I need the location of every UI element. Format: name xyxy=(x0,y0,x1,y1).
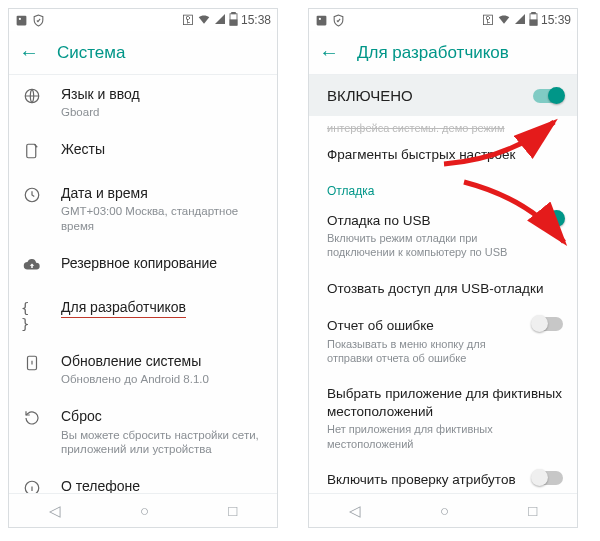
item-title: Язык и ввод xyxy=(61,85,263,103)
svg-rect-4 xyxy=(230,19,237,24)
item-title: Фрагменты быстрых настроек xyxy=(327,146,563,164)
status-bar: ⚿ 15:39 xyxy=(309,9,577,31)
status-bar: ⚿ 15:38 xyxy=(9,9,277,31)
item-title: Жесты xyxy=(61,140,263,158)
list-item-attr-check[interactable]: Включить проверку атрибутов xyxy=(309,461,577,493)
list-item-date-time[interactable]: Дата и время GMT+03:00 Москва, стандартн… xyxy=(9,174,277,244)
reset-icon xyxy=(23,409,41,431)
image-icon xyxy=(15,14,28,27)
page-title: Для разработчиков xyxy=(357,43,509,63)
list-item-reset[interactable]: Сброс Вы можете сбросить настройки сети,… xyxy=(9,397,277,467)
list-item-usb-debugging[interactable]: Отладка по USB Включить режим отладки пр… xyxy=(309,202,577,270)
item-title: Сброс xyxy=(61,407,263,425)
master-toggle-row[interactable]: ВКЛЮЧЕНО xyxy=(309,75,577,116)
bug-report-toggle[interactable] xyxy=(533,317,563,331)
system-nav-bar: ◁ ○ □ xyxy=(309,493,577,527)
truncated-row-sub: интерфейса системы. демо режим xyxy=(309,116,577,136)
svg-rect-14 xyxy=(530,19,537,24)
developer-options-list: ВКЛЮЧЕНО интерфейса системы. демо режим … xyxy=(309,75,577,493)
list-item-bug-report[interactable]: Отчет об ошибке Показывать в меню кнопку… xyxy=(309,307,577,375)
master-toggle-label: ВКЛЮЧЕНО xyxy=(327,87,413,104)
item-title: Дата и время xyxy=(61,184,263,202)
braces-icon: { } xyxy=(21,300,43,332)
key-icon: ⚿ xyxy=(182,13,194,27)
key-icon: ⚿ xyxy=(482,13,494,27)
back-arrow-icon[interactable]: ← xyxy=(19,41,39,64)
status-time: 15:39 xyxy=(541,13,571,27)
item-title: Отозвать доступ для USB-отладки xyxy=(327,280,563,298)
signal-icon xyxy=(514,13,526,28)
nav-recent-icon[interactable]: □ xyxy=(228,502,237,519)
phone-left-system-settings: ⚿ 15:38 ← Система Язык и ввод Gboard xyxy=(8,8,278,528)
attr-check-toggle[interactable] xyxy=(533,471,563,485)
item-title: Выбрать приложение для фиктивных местопо… xyxy=(327,385,563,420)
image-icon xyxy=(315,14,328,27)
device-info-icon xyxy=(23,354,41,376)
list-item-revoke-usb-auth[interactable]: Отозвать доступ для USB-отладки xyxy=(309,270,577,308)
item-sub: Gboard xyxy=(61,105,263,120)
nav-recent-icon[interactable]: □ xyxy=(528,502,537,519)
item-sub: Нет приложения для фиктивных местоположе… xyxy=(327,422,563,451)
info-icon xyxy=(23,479,41,493)
gesture-icon xyxy=(23,142,41,164)
list-item-mock-location-app[interactable]: Выбрать приложение для фиктивных местопо… xyxy=(309,375,577,461)
section-label-debug: Отладка xyxy=(309,174,577,202)
nav-home-icon[interactable]: ○ xyxy=(140,502,149,519)
svg-rect-13 xyxy=(532,12,536,14)
list-item-backup[interactable]: Резервное копирование xyxy=(9,244,277,288)
list-item-gestures[interactable]: Жесты xyxy=(9,130,277,174)
item-title: О телефоне xyxy=(61,477,263,493)
nav-home-icon[interactable]: ○ xyxy=(440,502,449,519)
back-arrow-icon[interactable]: ← xyxy=(319,41,339,64)
status-time: 15:38 xyxy=(241,13,271,27)
item-sub: Обновлено до Android 8.1.0 xyxy=(61,372,263,387)
item-title: Для разработчиков xyxy=(61,298,186,318)
svg-point-11 xyxy=(319,17,321,19)
svg-rect-3 xyxy=(232,12,236,14)
adguard-icon xyxy=(32,14,45,27)
svg-rect-6 xyxy=(27,144,36,158)
wifi-icon xyxy=(497,12,511,29)
item-sub: GMT+03:00 Москва, стандартное время xyxy=(61,204,263,234)
item-title: Отладка по USB xyxy=(327,212,523,230)
signal-icon xyxy=(214,13,226,28)
nav-back-icon[interactable]: ◁ xyxy=(49,502,61,520)
app-bar: ← Для разработчиков xyxy=(309,31,577,75)
item-title: Отчет об ошибке xyxy=(327,317,523,335)
list-item-language-input[interactable]: Язык и ввод Gboard xyxy=(9,75,277,130)
settings-list: Язык и ввод Gboard Жесты Дата и время GM… xyxy=(9,75,277,493)
nav-back-icon[interactable]: ◁ xyxy=(349,502,361,520)
globe-icon xyxy=(23,87,41,109)
item-title: Резервное копирование xyxy=(61,254,263,272)
phone-right-developer-options: ⚿ 15:39 ← Для разработчиков ВКЛЮЧЕНО инт… xyxy=(308,8,578,528)
adguard-icon xyxy=(332,14,345,27)
list-item-system-update[interactable]: Обновление системы Обновлено до Android … xyxy=(9,342,277,397)
item-sub: Вы можете сбросить настройки сети, прило… xyxy=(61,428,263,458)
clock-icon xyxy=(23,186,41,208)
app-bar: ← Система xyxy=(9,31,277,75)
svg-rect-0 xyxy=(17,15,27,25)
item-title: Включить проверку атрибутов xyxy=(327,471,523,489)
svg-rect-10 xyxy=(317,15,327,25)
battery-icon xyxy=(229,12,238,29)
battery-icon xyxy=(529,12,538,29)
master-toggle-switch[interactable] xyxy=(533,89,563,103)
svg-point-1 xyxy=(19,17,21,19)
wifi-icon xyxy=(197,12,211,29)
list-item-developer-options[interactable]: { } Для разработчиков xyxy=(9,288,277,342)
list-item-about-phone[interactable]: О телефоне ZB602KL xyxy=(9,467,277,493)
item-title: Обновление системы xyxy=(61,352,263,370)
list-item-qs-fragments[interactable]: Фрагменты быстрых настроек xyxy=(309,136,577,174)
usb-debugging-toggle[interactable] xyxy=(533,212,563,226)
cloud-up-icon xyxy=(23,256,41,278)
item-sub: Показывать в меню кнопку для отправки от… xyxy=(327,337,523,366)
item-sub: Включить режим отладки при подключении к… xyxy=(327,231,523,260)
system-nav-bar: ◁ ○ □ xyxy=(9,493,277,527)
page-title: Система xyxy=(57,43,125,63)
